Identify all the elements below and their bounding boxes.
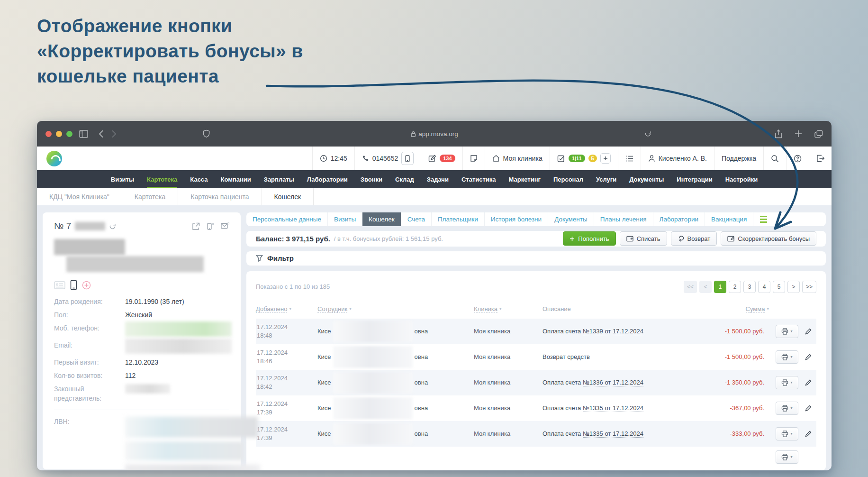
edit-icon[interactable] <box>805 328 812 335</box>
page-button[interactable]: 2 <box>729 281 741 293</box>
nav-item[interactable]: Интеграции <box>677 170 712 188</box>
breadcrumb-item[interactable]: КДЦ "Моя Клиника" <box>37 188 122 205</box>
share-icon[interactable] <box>775 129 782 138</box>
page-button[interactable]: > <box>787 281 800 293</box>
tab[interactable]: Планы лечения <box>594 212 653 226</box>
page-button[interactable]: 5 <box>773 281 785 293</box>
page-button[interactable]: 4 <box>758 281 770 293</box>
tab[interactable]: Плательщики <box>432 212 485 226</box>
zoom-window-button[interactable] <box>66 131 72 137</box>
address-bar[interactable]: app.rnova.org <box>410 130 458 138</box>
user-menu[interactable]: Киселенко А. В. <box>641 147 714 170</box>
tab[interactable]: Лаборатории <box>653 212 705 226</box>
sidebar-toggle-icon[interactable] <box>79 130 88 138</box>
phone-panel[interactable]: 0145652 <box>354 147 421 170</box>
page-button[interactable]: 3 <box>743 281 756 293</box>
nav-item[interactable]: Маркетинг <box>509 170 541 188</box>
topup-button[interactable]: Пополнить <box>563 231 615 246</box>
nav-item[interactable]: Настройки <box>725 170 758 188</box>
nav-item[interactable]: Картотека <box>147 170 177 188</box>
column-clinic[interactable]: Клиника <box>474 305 542 313</box>
print-button[interactable] <box>776 376 798 389</box>
edit-icon[interactable] <box>805 405 812 412</box>
table-row: 17.12.202418:46 Кисеовна Моя клиника Воз… <box>256 344 816 370</box>
app-logo[interactable] <box>46 151 62 166</box>
clinic-selector[interactable]: Моя клиника <box>485 147 550 170</box>
breadcrumb-item[interactable]: Картотека <box>122 188 178 205</box>
nav-item[interactable]: Зарплаты <box>264 170 294 188</box>
refresh-icon[interactable] <box>109 223 116 230</box>
nav-item[interactable]: Услуги <box>596 170 616 188</box>
invoice-link[interactable]: №1339 от 17.12.2024 <box>583 328 643 335</box>
nav-item[interactable]: Звонки <box>361 170 382 188</box>
nav-item[interactable]: Персонал <box>553 170 583 188</box>
list-panel[interactable] <box>618 147 641 170</box>
print-button[interactable] <box>776 402 798 415</box>
tab[interactable]: Документы <box>548 212 594 226</box>
tab[interactable]: Персональные данные <box>246 212 328 226</box>
support-link[interactable]: Поддержка <box>714 147 763 170</box>
filter-bar[interactable]: Фильтр <box>246 251 826 266</box>
nav-item[interactable]: Компании <box>220 170 251 188</box>
send-sms-icon[interactable] <box>207 222 214 230</box>
print-button[interactable] <box>776 450 798 464</box>
breadcrumb-item[interactable]: Карточка пациента <box>178 188 262 205</box>
edit-icon[interactable] <box>805 354 812 360</box>
nav-item[interactable]: Статистика <box>461 170 496 188</box>
column-employee[interactable]: Сотрудник <box>317 305 474 313</box>
forward-button[interactable] <box>111 130 117 138</box>
add-circle-icon[interactable] <box>82 281 91 290</box>
breadcrumb-item[interactable]: Кошелек <box>262 188 314 205</box>
tab-overview-icon[interactable] <box>814 130 823 138</box>
new-tab-icon[interactable] <box>795 130 802 138</box>
adjust-bonuses-button[interactable]: Скорректировать бонусы <box>721 231 816 246</box>
page-button[interactable]: 1 <box>714 281 726 293</box>
tab[interactable]: История болезни <box>485 212 548 226</box>
page-button[interactable]: < <box>699 281 712 293</box>
column-added[interactable]: Добавлено <box>256 305 317 313</box>
export-patient-icon[interactable] <box>192 222 200 230</box>
print-button[interactable] <box>776 427 798 440</box>
reload-icon[interactable] <box>644 130 651 138</box>
tab[interactable]: Вакцинация <box>705 212 753 226</box>
nav-item[interactable]: Лаборатории <box>307 170 348 188</box>
page-button[interactable]: >> <box>802 281 816 293</box>
messages-panel[interactable]: 134 <box>421 147 462 170</box>
tasks-panel[interactable]: 1|11 5 <box>550 147 618 170</box>
nav-item[interactable]: Касса <box>190 170 208 188</box>
back-button[interactable] <box>99 130 104 138</box>
logout-button[interactable] <box>809 147 832 170</box>
search-button[interactable] <box>763 147 786 170</box>
nav-item[interactable]: Склад <box>395 170 414 188</box>
add-task-button[interactable] <box>600 153 611 164</box>
close-window-button[interactable] <box>45 131 52 137</box>
shield-icon[interactable] <box>203 129 210 138</box>
help-button[interactable] <box>786 147 809 170</box>
table-row: 17.12.202418:48 Кисеовна Моя клиника Опл… <box>256 319 816 344</box>
page-button[interactable]: << <box>684 281 697 293</box>
edit-icon[interactable] <box>805 379 812 386</box>
nav-item[interactable]: Визиты <box>111 170 134 188</box>
mobile-phone-icon[interactable] <box>70 280 77 290</box>
refund-button[interactable]: Возврат <box>671 231 717 246</box>
invoice-link[interactable]: №1336 от 17.12.2024 <box>583 379 643 386</box>
nav-item[interactable]: Задачи <box>427 170 449 188</box>
print-button[interactable] <box>776 325 798 338</box>
notes-panel[interactable] <box>462 147 485 170</box>
writeoff-button[interactable]: Списать <box>620 231 667 246</box>
print-button[interactable] <box>776 350 798 364</box>
edit-icon[interactable] <box>805 431 812 437</box>
card-edit-icon <box>727 236 734 242</box>
tab[interactable]: Кошелек <box>362 212 401 226</box>
invoice-link[interactable]: №1335 от 17.12.2024 <box>583 430 643 438</box>
nav-item[interactable]: Документы <box>629 170 664 188</box>
tabs-menu-button[interactable] <box>753 212 774 226</box>
tab[interactable]: Визиты <box>328 212 362 226</box>
softphone-button[interactable] <box>401 152 414 165</box>
tab[interactable]: Счета <box>401 212 432 226</box>
column-amount[interactable]: Сумма <box>707 305 769 313</box>
divider <box>54 410 229 410</box>
minimize-window-button[interactable] <box>56 131 62 137</box>
invoice-link[interactable]: №1335 от 17.12.2024 <box>583 404 643 412</box>
send-email-icon[interactable] <box>221 222 229 230</box>
